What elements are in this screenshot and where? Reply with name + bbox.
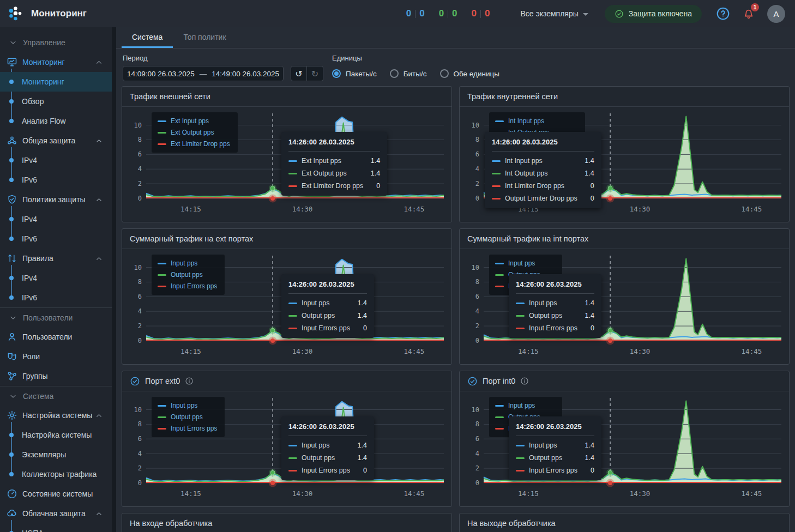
status-counters: 000000 — [406, 8, 490, 19]
info-icon[interactable] — [520, 377, 529, 385]
tooltip-row: Ext Input pps1.4 — [288, 157, 380, 165]
sidebar-subitem[interactable]: Обзор — [0, 92, 112, 111]
sidebar-subitem[interactable]: IPv4 — [0, 150, 112, 170]
sidebar-item-rules[interactable]: Правила — [0, 249, 112, 268]
help-button[interactable] — [716, 7, 730, 21]
tab-system[interactable]: Система — [122, 27, 173, 48]
sidebar-subitem[interactable]: IPv4 — [0, 209, 112, 229]
sidebar-item-common-protection[interactable]: Общая защита — [0, 131, 112, 150]
legend-item[interactable]: Input Errors pps — [158, 282, 217, 290]
legend-item[interactable]: Ext Input pps — [158, 117, 230, 125]
legend-item[interactable]: Int Input pps — [495, 117, 577, 125]
sidebar-subitem[interactable]: IPv4 — [0, 268, 112, 288]
chart-area[interactable]: 024681014:1514:3014:45Input ppsOutput pp… — [460, 249, 789, 365]
tooltip-series-label: Input Errors pps — [529, 467, 577, 474]
legend-item[interactable]: Input Errors pps — [158, 425, 217, 432]
legend-swatch-blue — [495, 120, 504, 122]
status-counter-2[interactable]: 00 — [472, 8, 490, 19]
instances-dropdown[interactable]: Все экземпляры — [521, 9, 588, 18]
user-avatar[interactable]: A — [767, 5, 785, 23]
tooltip-series-value: 1.4 — [358, 299, 367, 307]
legend-item[interactable]: Input pps — [158, 259, 217, 267]
sidebar-item-system-state[interactable]: Состояние системы — [0, 484, 112, 504]
notifications-button[interactable]: 1 — [742, 7, 755, 20]
units-radio-0[interactable]: Пакеты/с — [332, 69, 377, 78]
undo-button[interactable]: ↺ — [291, 66, 307, 81]
chart-area[interactable]: 024681014:1514:3014:45Input ppsOutput pp… — [122, 391, 451, 507]
chart-area[interactable]: 024681014:1514:3014:45Input ppsOutput pp… — [122, 249, 451, 365]
redo-button[interactable]: ↻ — [307, 66, 323, 81]
tooltip-swatch-red — [288, 470, 297, 471]
chart-area[interactable]: 024681014:1514:3014:45Input ppsOutput pp… — [460, 391, 789, 507]
sidebar-item-monitoring[interactable]: Мониторинг — [0, 52, 112, 72]
sidebar-subitem-label: IPv4 — [22, 215, 37, 223]
chart-panel-header: Суммарный трафик на int портах — [460, 229, 789, 249]
y-tick-label: 10 — [134, 122, 142, 129]
legend-item[interactable]: Ext Output pps — [158, 129, 230, 136]
sidebar-item-roles[interactable]: Роли — [0, 347, 112, 366]
legend-item[interactable]: Input pps — [495, 259, 555, 267]
tab-top-policies[interactable]: Топ политик — [173, 27, 236, 48]
chart-area[interactable]: 024681014:1514:3014:45Ext Input ppsExt O… — [122, 107, 451, 222]
tooltip-series-label: Input Errors pps — [302, 467, 350, 474]
sidebar-subitem[interactable]: IPv6 — [0, 288, 112, 307]
units-label: Единицы — [332, 54, 499, 62]
tooltip-timestamp: 14:26:00 26.03.2025 — [288, 422, 367, 431]
x-tick-label: 14:30 — [630, 489, 651, 498]
chevron-up-icon — [95, 255, 103, 263]
legend-item[interactable]: Input pps — [495, 402, 555, 409]
sidebar-group-users-group[interactable]: Пользователи — [0, 307, 112, 327]
status-counter-0[interactable]: 00 — [406, 8, 425, 19]
top-header: Мониторинг 000000 Все экземпляры Защита … — [0, 0, 795, 27]
sidebar-subitem[interactable]: Коллекторы трафика — [0, 464, 112, 484]
counter-divider — [415, 10, 415, 18]
sidebar-item-cloud-protection[interactable]: Облачная защита — [0, 504, 112, 523]
sidebar-sublist-common-protection: IPv4IPv6 — [0, 150, 112, 190]
legend-item[interactable]: Output pps — [158, 271, 217, 279]
bullet-dot-icon — [9, 433, 14, 437]
y-tick-label: 0 — [475, 337, 479, 344]
info-icon[interactable] — [185, 377, 194, 385]
user-icon — [7, 331, 17, 342]
units-radio-1[interactable]: Биты/с — [390, 69, 427, 78]
counter-value: 0 — [472, 8, 477, 19]
chart-area[interactable]: 024681014:1514:3014:45Int Input ppsInt O… — [460, 107, 789, 222]
units-radio-2[interactable]: Обе единицы — [440, 69, 499, 78]
sidebar-subitem[interactable]: Мониторинг — [0, 72, 112, 92]
sidebar-subitem[interactable]: НСПА — [0, 523, 112, 532]
tooltip-row: Input pps1.4 — [288, 442, 367, 449]
sidebar-subitem[interactable]: Настройка системы — [0, 425, 112, 445]
sidebar-item-users[interactable]: Пользователи — [0, 327, 112, 347]
tooltip-swatch-green — [288, 457, 297, 459]
sidebar-sublist-rules: IPv4IPv6 — [0, 268, 112, 307]
period-range-input[interactable]: 14:09:00 26.03.2025 — 14:49:00 26.03.202… — [123, 66, 284, 81]
protection-status-badge[interactable]: Защита включена — [605, 5, 702, 23]
y-tick-label: 8 — [475, 278, 479, 286]
sidebar-item-label: Политики защиты — [22, 195, 95, 204]
legend-item[interactable]: Output pps — [158, 413, 217, 421]
sidebar-item-system-settings[interactable]: Настройка системы — [0, 406, 112, 425]
sidebar-subitem[interactable]: Анализ Flow — [0, 111, 112, 131]
legend-item[interactable]: Input pps — [158, 402, 217, 409]
chevron-up-icon — [95, 58, 103, 66]
status-counter-1[interactable]: 00 — [439, 8, 457, 19]
chart-title: На входе обработчика — [130, 519, 212, 528]
sidebar-item-protection-policies[interactable]: Политики защиты — [0, 190, 112, 209]
tooltip-row: Int Limiter Drop pps0 — [492, 182, 594, 190]
tooltip-row: Input pps1.4 — [516, 442, 594, 449]
legend-swatch-blue — [158, 405, 166, 407]
tooltip-swatch-green — [516, 457, 525, 459]
counter-value: 0 — [439, 8, 444, 19]
sidebar-item-groups[interactable]: Группы — [0, 366, 112, 386]
bullet-dot-icon — [9, 99, 14, 104]
sidebar-subitem-label: IPv4 — [22, 274, 37, 282]
legend-item[interactable]: Ext Limiter Drop pps — [158, 140, 230, 148]
policy-icon — [7, 194, 17, 205]
sidebar-subitem[interactable]: Экземпляры — [0, 445, 112, 464]
sidebar-group-management[interactable]: Управление — [0, 33, 112, 52]
x-tick-label: 14:15 — [518, 347, 539, 355]
sidebar-subitem[interactable]: IPv6 — [0, 229, 112, 249]
sidebar-group-system-group[interactable]: Система — [0, 386, 112, 406]
sidebar-subitem[interactable]: IPv6 — [0, 170, 112, 190]
sidebar-subitem-label: IPv6 — [22, 176, 37, 184]
